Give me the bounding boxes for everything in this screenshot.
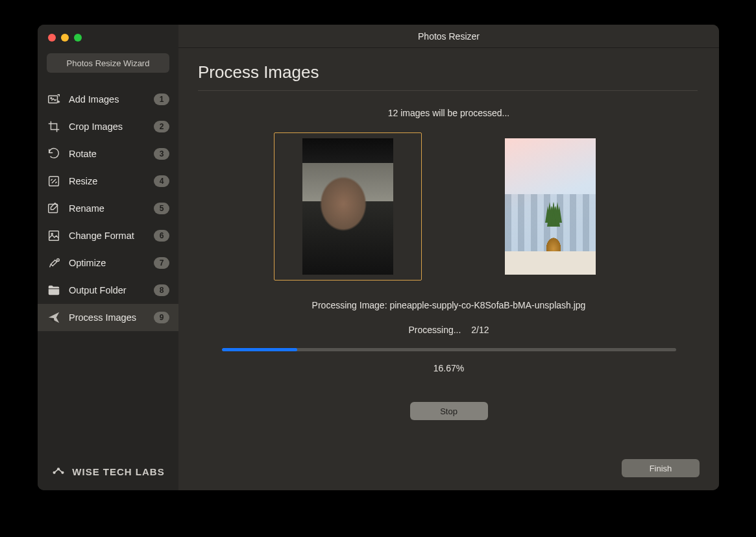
minimize-window-button[interactable] xyxy=(61,34,69,42)
sidebar-item-output-folder[interactable]: Output Folder 8 xyxy=(38,277,178,304)
brand: WISE TECH LABS xyxy=(38,464,178,479)
sidebar-item-badge: 4 xyxy=(154,175,169,187)
stop-button[interactable]: Stop xyxy=(410,402,488,420)
preview-thumbnail xyxy=(302,138,393,275)
sidebar-item-label: Change Format xyxy=(69,231,146,241)
window-controls xyxy=(38,34,178,42)
processing-status-label: Processing... xyxy=(408,325,461,335)
sidebar-item-badge: 8 xyxy=(154,284,169,296)
preview-current xyxy=(274,132,422,281)
add-images-icon xyxy=(47,92,61,106)
divider xyxy=(198,90,698,91)
window-title: Photos Resizer xyxy=(178,25,719,48)
preview-next xyxy=(476,132,624,281)
process-subtitle: 12 images will be processed... xyxy=(198,108,700,118)
sidebar-item-resize[interactable]: Resize 4 xyxy=(38,168,178,195)
zoom-window-button[interactable] xyxy=(74,34,82,42)
sidebar-item-change-format[interactable]: Change Format 6 xyxy=(38,222,178,249)
sidebar-item-badge: 7 xyxy=(154,257,169,269)
brand-label: WISE TECH LABS xyxy=(72,466,164,477)
sidebar-item-label: Rotate xyxy=(69,149,146,159)
sidebar-item-process-images[interactable]: Process Images 9 xyxy=(38,304,178,331)
preview-thumbnail xyxy=(505,138,596,275)
brand-icon xyxy=(51,464,66,479)
sidebar-item-badge: 9 xyxy=(154,312,169,323)
sidebar-item-label: Process Images xyxy=(69,312,146,323)
sidebar-item-label: Crop Images xyxy=(69,121,146,132)
sidebar-item-optimize[interactable]: Optimize 7 xyxy=(38,249,178,277)
sidebar-nav: Add Images 1 Crop Images 2 Rotate 3 xyxy=(38,86,178,331)
progress-bar xyxy=(222,348,676,351)
sidebar-item-badge: 5 xyxy=(154,203,169,214)
sidebar-item-label: Output Folder xyxy=(69,285,146,295)
app-window: Photos Resize Wizard Add Images 1 Crop I… xyxy=(38,25,719,490)
progress-percent: 16.67% xyxy=(198,363,700,373)
sidebar-item-badge: 6 xyxy=(154,230,169,242)
optimize-icon xyxy=(47,256,61,270)
sidebar-item-label: Add Images xyxy=(69,94,146,105)
processing-status: Processing... 2/12 xyxy=(198,325,700,335)
processing-status-count: 2/12 xyxy=(471,325,489,335)
sidebar-item-rotate[interactable]: Rotate 3 xyxy=(38,140,178,168)
sidebar-item-badge: 3 xyxy=(154,148,169,160)
sidebar-item-badge: 1 xyxy=(154,94,169,105)
sidebar-item-label: Rename xyxy=(69,203,146,214)
page-title: Process Images xyxy=(198,62,700,82)
sidebar-item-crop-images[interactable]: Crop Images 2 xyxy=(38,113,178,140)
change-format-icon xyxy=(47,229,61,243)
content: Process Images 12 images will be process… xyxy=(178,48,719,490)
sidebar-item-add-images[interactable]: Add Images 1 xyxy=(38,86,178,113)
processing-filename-line: Processing Image: pineapple-supply-co-K8… xyxy=(198,300,700,310)
resize-icon xyxy=(47,174,61,188)
processing-filename: pineapple-supply-co-K8SofaB-bMA-unsplash… xyxy=(389,300,585,310)
svg-rect-4 xyxy=(49,231,59,241)
rotate-icon xyxy=(47,147,61,161)
progress-fill xyxy=(222,348,298,351)
close-window-button[interactable] xyxy=(48,34,56,42)
main: Photos Resizer Process Images 12 images … xyxy=(178,25,719,490)
sidebar: Photos Resize Wizard Add Images 1 Crop I… xyxy=(38,25,178,490)
photos-resize-wizard-button[interactable]: Photos Resize Wizard xyxy=(47,53,169,73)
svg-point-5 xyxy=(51,233,53,234)
send-icon xyxy=(47,310,61,325)
finish-button[interactable]: Finish xyxy=(622,459,700,477)
folder-icon xyxy=(47,283,61,297)
preview-row xyxy=(198,132,700,281)
sidebar-item-label: Resize xyxy=(69,176,146,186)
svg-point-1 xyxy=(51,97,52,99)
sidebar-item-rename[interactable]: Rename 5 xyxy=(38,195,178,222)
sidebar-item-label: Optimize xyxy=(69,258,146,268)
crop-icon xyxy=(47,119,61,134)
sidebar-item-badge: 2 xyxy=(154,121,169,132)
rename-icon xyxy=(47,201,61,216)
processing-prefix: Processing Image: xyxy=(312,300,390,310)
